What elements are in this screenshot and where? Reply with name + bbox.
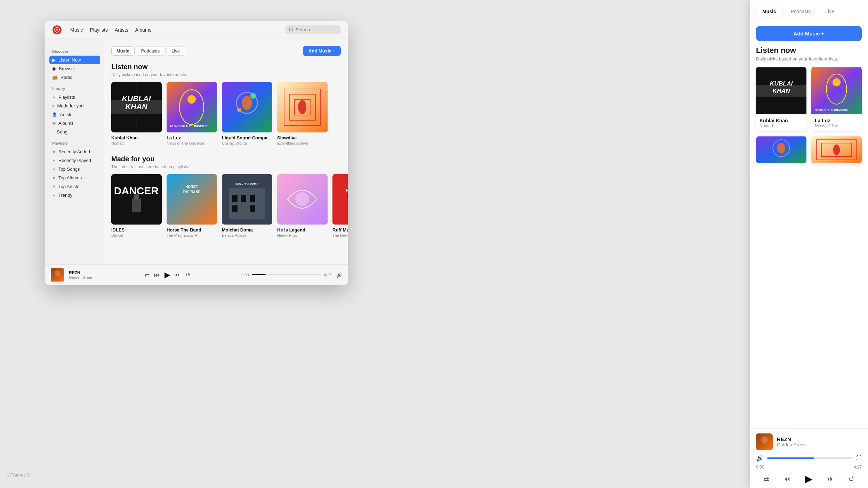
svg-text:THE BAND: THE BAND <box>183 190 201 194</box>
player-artist-name: Garden Green <box>69 275 93 279</box>
sidebar-item-recently-added[interactable]: ★ Recently Added <box>49 147 100 156</box>
svg-text:KHAN: KHAN <box>125 102 148 111</box>
sidebar-item-top-artists[interactable]: ★ Top Artists <box>49 182 100 191</box>
svg-text:HORSE: HORSE <box>185 185 198 189</box>
album-card-kublai[interactable]: KUBLAI KHAN Kublai Khan Nomad <box>111 82 162 145</box>
overlay-time-total: 4:27 <box>854 465 862 470</box>
play-pause-button[interactable]: ▶ <box>164 270 170 279</box>
watermark: ©Frames X <box>7 472 30 478</box>
svg-rect-34 <box>229 188 265 219</box>
sidebar-trendy-label: Trendy <box>58 193 72 198</box>
tab-podcasts[interactable]: Podcasts <box>136 46 165 56</box>
sidebar-item-made-for-you[interactable]: ♥ Made for you <box>49 101 100 110</box>
overlay-listen-now-subtitle: Daily picks based on your favorite artis… <box>756 56 862 62</box>
album-name-molchat: Molchat Doma <box>222 227 272 233</box>
library-label: Library <box>49 87 100 91</box>
overlay-play-pause-button[interactable]: ▶ <box>805 473 813 485</box>
svg-point-19 <box>250 93 256 99</box>
overlay-now-playing: REZN Garden Green <box>756 433 862 450</box>
sidebar-item-radio[interactable]: 📻 Radio <box>49 73 100 82</box>
sidebar-browse-label: Browse <box>59 66 74 71</box>
sidebar-item-albums[interactable]: ▣ Albums <box>49 119 100 128</box>
sidebar-item-top-songs[interactable]: ★ Top Songs <box>49 165 100 173</box>
sidebar: Discover ▶ Listen Now ◉ Browse 📻 Radio L… <box>45 39 104 264</box>
sidebar-item-playlists[interactable]: ★ Playlists <box>49 93 100 101</box>
overlay-shuffle-button[interactable]: ⇄ <box>763 475 769 483</box>
album-card-liquid[interactable]: Liquid Sound Company Cosmic Worlds <box>222 82 272 145</box>
overlay-track-artist: Garden Green <box>777 442 806 447</box>
svg-rect-35 <box>232 195 238 202</box>
sidebar-item-artists[interactable]: 👤 Artists <box>49 110 100 119</box>
svg-point-18 <box>242 96 252 110</box>
album-card-slowdive[interactable]: Slowdive Everything is alive <box>277 82 328 145</box>
prev-button[interactable]: ⏮ <box>154 272 160 278</box>
progress-area: 0:00 4:27 <box>241 273 331 277</box>
overlay-partial-card-slowdive[interactable] <box>811 136 862 164</box>
sidebar-item-listen-now[interactable]: ▶ Listen Now <box>49 56 100 64</box>
overlay-card-info-la-luz: La Luz News of The... <box>811 115 862 131</box>
top-nav: Music Playlists Artists Albums <box>45 21 348 39</box>
svg-point-52 <box>55 270 60 276</box>
album-card-la-luz[interactable]: NEWS OF THE UNIVERSE La Luz News of The … <box>167 82 217 145</box>
svg-rect-36 <box>241 195 246 202</box>
overlay-tab-music[interactable]: Music <box>756 6 782 17</box>
tab-live[interactable]: Live <box>166 46 185 56</box>
sidebar-item-browse[interactable]: ◉ Browse <box>49 64 100 73</box>
album-art-heil <box>277 174 328 225</box>
overlay-volume-icon[interactable]: 🔊 <box>756 454 764 462</box>
add-music-button[interactable]: Add Music + <box>303 46 341 56</box>
album-card-ruff[interactable]: RUFF MAJIK Ruff Majik The Devil's Cattle <box>332 174 348 237</box>
time-total: 4:27 <box>324 273 331 277</box>
album-card-horse[interactable]: HORSE THE BAND Horse The Band The Mechan… <box>167 174 217 237</box>
overlay-tab-podcasts[interactable]: Podcasts <box>785 6 817 17</box>
overlay-next-button[interactable]: ⏭ <box>827 475 834 483</box>
overlay-card-la-luz[interactable]: NEWS OF THE UNIVERSE La Luz News of The.… <box>811 66 862 131</box>
nav-playlists[interactable]: Playlists <box>90 27 108 33</box>
search-icon <box>289 27 294 32</box>
overlay-card-artist-la-luz: News of The... <box>815 123 858 128</box>
overlay-repeat-button[interactable]: ↺ <box>849 475 854 483</box>
svg-text:KUBLAI: KUBLAI <box>770 80 793 87</box>
app-window: Music Playlists Artists Albums Discover … <box>45 21 348 285</box>
next-button[interactable]: ⏭ <box>175 272 181 278</box>
time-current: 0:00 <box>241 273 249 277</box>
svg-text:RUFF MAJIK: RUFF MAJIK <box>346 188 348 192</box>
overlay-partial-card-liquid[interactable] <box>756 136 806 164</box>
volume-icon[interactable]: 🔊 <box>336 272 342 278</box>
search-input[interactable] <box>296 27 337 32</box>
overlay-progress-bar[interactable] <box>767 457 853 459</box>
overlay-card-kublai[interactable]: KUBLAI KHAN Kublai Khan Nomad <box>756 66 806 131</box>
sidebar-recently-played-label: Recently Played <box>58 158 91 163</box>
album-card-molchat[interactable]: MOLCHAT DOMA Molchat Doma Belaya Polosa <box>222 174 272 237</box>
album-card-idles[interactable]: DANCER IDLES Dancer <box>111 174 162 237</box>
overlay-player: REZN Garden Green 🔊 ⛶ 0:00 4:27 ⇄ ⏮ ▶ ⏭ … <box>750 428 868 488</box>
overlay-tab-live[interactable]: Live <box>819 6 841 17</box>
sidebar-item-trendy[interactable]: ★ Trendy <box>49 191 100 200</box>
star-top-artists-icon: ★ <box>52 184 56 189</box>
sidebar-item-top-albums[interactable]: ★ Top Albums <box>49 173 100 182</box>
overlay-fullscreen-icon[interactable]: ⛶ <box>856 455 862 461</box>
nav-music[interactable]: Music <box>70 27 83 33</box>
nav-artists[interactable]: Artists <box>115 27 128 33</box>
overlay-add-music-button[interactable]: Add Music + <box>756 26 862 41</box>
overlay-prev-button[interactable]: ⏮ <box>783 475 790 483</box>
sidebar-item-song[interactable]: ♪ Song <box>49 128 100 136</box>
album-card-heil[interactable]: He Is Legend Heavy Fruit <box>277 174 328 237</box>
album-name-heil: He Is Legend <box>277 227 328 233</box>
album-artist-la-luz: News of The Universe <box>167 141 217 145</box>
shuffle-button[interactable]: ⇄ <box>145 271 149 278</box>
svg-rect-43 <box>332 174 348 225</box>
search-bar[interactable] <box>286 25 341 34</box>
svg-point-69 <box>761 436 768 443</box>
tab-music[interactable]: Music <box>111 46 135 56</box>
nav-albums[interactable]: Albums <box>135 27 152 33</box>
sidebar-top-artists-label: Top Artists <box>58 184 79 189</box>
listen-now-grid: KUBLAI KHAN Kublai Khan Nomad <box>111 82 341 145</box>
sidebar-playlists-label: Playlists <box>58 95 75 100</box>
repeat-button[interactable]: ↺ <box>186 271 190 278</box>
star-icon: ★ <box>52 95 56 99</box>
sidebar-top-albums-label: Top Albums <box>58 175 82 180</box>
sidebar-item-recently-played[interactable]: ★ Recently Played <box>49 156 100 165</box>
album-name-la-luz: La Luz <box>167 135 217 140</box>
progress-bar[interactable] <box>252 274 321 275</box>
